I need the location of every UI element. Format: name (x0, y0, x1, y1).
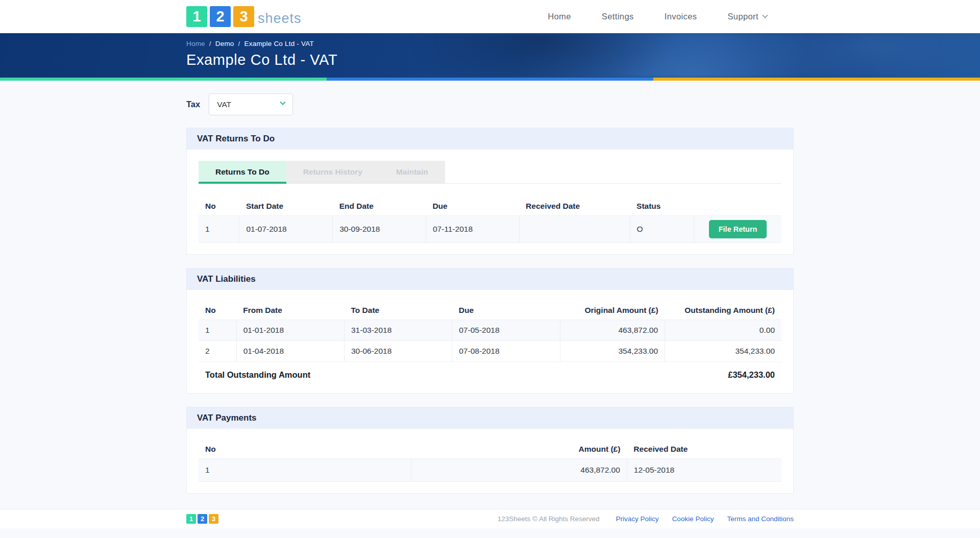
vat-payments-card: VAT Payments No Amount (£) Received Date… (186, 407, 794, 494)
payments-table: No Amount (£) Received Date 1 463,872.00… (199, 440, 781, 482)
tax-filter-row: Tax VAT (186, 93, 794, 115)
column-header: No (199, 197, 239, 216)
nav-item-invoices[interactable]: Invoices (665, 12, 697, 21)
nav-item-label: Support (727, 12, 758, 21)
card-header: VAT Payments (187, 407, 793, 429)
table-row: 1 01-07-2018 30-09-2018 07-11-2018 O Fil… (199, 216, 781, 243)
column-header: No (199, 440, 411, 459)
cell-to-date: 30-06-2018 (344, 341, 452, 362)
total-outstanding-value: £354,233.00 (728, 370, 775, 380)
tax-select[interactable]: VAT (209, 93, 293, 115)
table-header-row: No Start Date End Date Due Received Date… (199, 197, 781, 216)
column-header: End Date (333, 197, 426, 216)
breadcrumb-item-demo: Demo (215, 40, 234, 47)
cell-from-date: 01-04-2018 (236, 341, 344, 362)
nav-item-label: Settings (602, 12, 634, 21)
tax-label: Tax (186, 100, 200, 109)
logo-digit-1: 1 (186, 514, 196, 524)
page-title: Example Co Ltd - VAT (186, 52, 794, 68)
nav-item-home[interactable]: Home (548, 12, 571, 21)
column-header: Original Amount (£) (560, 301, 665, 320)
card-title: VAT Returns To Do (197, 134, 275, 143)
table-header-row: No Amount (£) Received Date (199, 440, 781, 459)
column-header: From Date (236, 301, 344, 320)
card-title: VAT Liabilities (197, 274, 256, 284)
cell-outstanding-amount: 354,233.00 (665, 341, 781, 362)
cell-status: O (630, 216, 694, 243)
column-header: Start Date (239, 197, 333, 216)
breadcrumb: Home / Demo / Example Co Ltd - VAT (186, 40, 794, 47)
breadcrumb-home-link[interactable]: Home (186, 40, 205, 47)
vat-returns-card: VAT Returns To Do Returns To Do Returns … (186, 128, 794, 255)
logo-digit-3: 3 (233, 6, 254, 27)
stripe-blue-segment (327, 78, 653, 81)
main-nav: Home Settings Invoices Support (548, 12, 794, 21)
cell-no: 2 (199, 341, 236, 362)
cell-no: 1 (199, 216, 239, 243)
cell-due: 07-05-2018 (452, 320, 560, 341)
tab-returns-to-do[interactable]: Returns To Do (199, 161, 286, 184)
nav-item-settings[interactable]: Settings (602, 12, 634, 21)
total-outstanding-label: Total Outstanding Amount (205, 370, 310, 380)
column-header: Outstanding Amount (£) (665, 301, 781, 320)
chevron-down-icon (280, 100, 286, 105)
table-row: 2 01-04-2018 30-06-2018 07-08-2018 354,2… (199, 341, 781, 362)
tab-returns-history[interactable]: Returns History (286, 161, 379, 183)
brand-name: sheets (258, 12, 302, 27)
footer: 1 2 3 123Sheets © All Rights Reserved Pr… (0, 509, 980, 528)
returns-tabs: Returns To Do Returns History Maintain (199, 161, 781, 184)
footer-link-cookie-policy[interactable]: Cookie Policy (672, 515, 714, 523)
cell-original-amount: 354,233.00 (560, 341, 665, 362)
footer-link-privacy-policy[interactable]: Privacy Policy (616, 515, 659, 523)
hero-banner: Home / Demo / Example Co Ltd - VAT Examp… (0, 33, 980, 78)
breadcrumb-separator: / (209, 40, 211, 47)
cell-action: File Return (694, 216, 781, 243)
nav-item-label: Home (548, 12, 571, 21)
cell-due: 07-11-2018 (426, 216, 519, 243)
table-row: 1 01-01-2018 31-03-2018 07-05-2018 463,8… (199, 320, 781, 341)
liabilities-table: No From Date To Date Due Original Amount… (199, 301, 781, 362)
cell-from-date: 01-01-2018 (236, 320, 344, 341)
cell-outstanding-amount: 0.00 (665, 320, 781, 341)
brand-logo[interactable]: 1 2 3 sheets (186, 6, 302, 27)
cell-amount: 463,872.00 (411, 459, 627, 482)
chevron-down-icon (762, 12, 768, 18)
cell-end-date: 30-09-2018 (333, 216, 426, 243)
table-header-row: No From Date To Date Due Original Amount… (199, 301, 781, 320)
column-header: Amount (£) (411, 440, 627, 459)
footer-link-terms-and-conditions[interactable]: Terms and Conditions (727, 515, 794, 523)
cell-received-date: 12-05-2018 (627, 459, 781, 482)
cell-original-amount: 463,872.00 (560, 320, 665, 341)
cell-to-date: 31-03-2018 (344, 320, 452, 341)
logo-digit-2: 2 (198, 514, 207, 524)
breadcrumb-separator: / (238, 40, 240, 47)
total-outstanding-row: Total Outstanding Amount £354,233.00 (199, 362, 781, 382)
stripe-gold-segment (653, 78, 980, 81)
file-return-button[interactable]: File Return (709, 220, 767, 238)
nav-item-label: Invoices (665, 12, 697, 21)
cell-due: 07-08-2018 (452, 341, 560, 362)
column-header: Due (426, 197, 519, 216)
card-header: VAT Liabilities (187, 268, 793, 290)
cell-start-date: 01-07-2018 (239, 216, 333, 243)
nav-item-support[interactable]: Support (727, 12, 767, 21)
returns-table: No Start Date End Date Due Received Date… (199, 197, 781, 243)
logo-digit-2: 2 (210, 6, 231, 27)
footer-brand-logo[interactable]: 1 2 3 (186, 514, 218, 524)
column-header: Status (630, 197, 694, 216)
logo-digit-1: 1 (186, 6, 207, 27)
breadcrumb-current: Example Co Ltd - VAT (244, 40, 314, 47)
top-bar: 1 2 3 sheets Home Settings Invoices Supp… (0, 0, 980, 33)
column-header: To Date (344, 301, 452, 320)
cell-received-date (519, 216, 630, 243)
column-header-actions (694, 197, 781, 216)
vat-liabilities-card: VAT Liabilities No From Date To Date Due… (186, 268, 794, 394)
column-header: Received Date (519, 197, 630, 216)
tax-select-value: VAT (217, 100, 231, 109)
tab-maintain[interactable]: Maintain (379, 161, 445, 183)
cell-no: 1 (199, 459, 411, 482)
logo-digit-3: 3 (209, 514, 218, 524)
card-title: VAT Payments (197, 413, 257, 423)
column-header: No (199, 301, 236, 320)
cell-no: 1 (199, 320, 236, 341)
